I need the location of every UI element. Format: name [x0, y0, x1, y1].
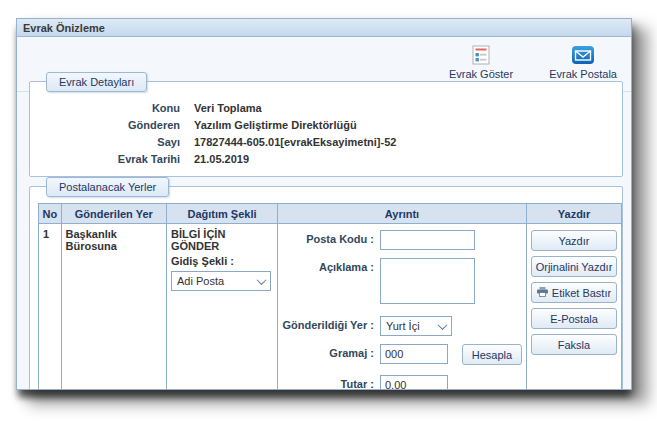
printer-icon — [537, 287, 548, 299]
etiket-bastir-button[interactable]: Etiket Bastır — [531, 282, 617, 303]
gonderildigi-yer-label: Gönderildiği Yer : — [282, 316, 374, 331]
gonderildigi-yer-row: Gönderildiği Yer : Yurt İçi — [282, 316, 522, 336]
konu-value: Veri Toplama — [194, 102, 262, 115]
orjinalini-yazdir-label: Orjinalini Yazdır — [536, 261, 613, 273]
gramaj-input[interactable] — [380, 344, 448, 364]
e-postala-label: E-Postala — [550, 313, 598, 325]
yazdir-label: Yazdır — [558, 235, 589, 247]
detail-row-gonderen: Gönderen Yazılım Geliştirme Direktörlüğü — [40, 119, 612, 132]
detail-row-evrak-tarihi: Evrak Tarihi 21.05.2019 — [40, 153, 612, 166]
table-row: 1 Başkanlık Bürosuna BİLGİ İÇİN GÖNDER G… — [39, 224, 622, 391]
tutar-input[interactable] — [380, 375, 448, 390]
evrak-postala-button[interactable]: Evrak Postala — [545, 42, 621, 82]
postalanacak-yerler-legend: Postalanacak Yerler — [46, 177, 169, 197]
table-header-row: No Gönderilen Yer Dağıtım Şekli Ayrıntı … — [39, 204, 622, 224]
gonderildigi-yer-select[interactable]: Yurt İçi — [380, 316, 452, 336]
col-header-gonderilen-yer: Gönderilen Yer — [61, 204, 166, 224]
hesapla-label: Hesapla — [472, 349, 512, 361]
evrak-onizleme-window: Evrak Önizleme Evrak Göster — [16, 18, 632, 390]
evrak-tarihi-value: 21.05.2019 — [194, 153, 249, 166]
evrak-goster-button[interactable]: Evrak Göster — [445, 42, 517, 82]
window-titlebar: Evrak Önizleme — [17, 19, 631, 37]
row-dagitim-sekli: BİLGİ İÇİN GÖNDER Gidiş Şekli : Adi Post… — [166, 224, 277, 391]
gramaj-label: Gramaj : — [282, 344, 374, 359]
etiket-bastir-label: Etiket Bastır — [552, 287, 611, 299]
evrak-detaylari-panel: Evrak Detayları Konu Veri Toplama Gönder… — [29, 81, 623, 177]
orjinalini-yazdir-button[interactable]: Orjinalini Yazdır — [531, 256, 617, 277]
faksla-button[interactable]: Faksla — [531, 334, 617, 355]
konu-label: Konu — [40, 102, 180, 115]
aciklama-row: Açıklama : — [282, 258, 522, 304]
posta-kodu-row: Posta Kodu : — [282, 230, 522, 250]
evrak-goster-label: Evrak Göster — [449, 68, 513, 80]
detail-rows: Konu Veri Toplama Gönderen Yazılım Geliş… — [40, 102, 612, 170]
posta-kodu-label: Posta Kodu : — [282, 230, 374, 245]
gonderildigi-yer-selected: Yurt İçi — [386, 320, 420, 332]
gramaj-row: Gramaj : Hesapla — [282, 344, 522, 365]
postalanacak-yerler-panel: Postalanacak Yerler No Gönderilen Yer Da… — [29, 186, 623, 390]
detail-row-sayi: Sayı 17827444-605.01[evrakEksayimetni]-5… — [40, 136, 612, 149]
hesapla-button[interactable]: Hesapla — [462, 344, 522, 365]
e-postala-button[interactable]: E-Postala — [531, 308, 617, 329]
chevron-down-icon — [257, 275, 267, 285]
sayi-label: Sayı — [40, 136, 180, 149]
row-gonderilen-yer: Başkanlık Bürosuna — [61, 224, 166, 391]
evrak-detaylari-legend: Evrak Detayları — [46, 72, 147, 92]
tutar-row: Tutar : — [282, 375, 522, 390]
col-header-yazdir: Yazdır — [526, 204, 621, 224]
gonderen-value: Yazılım Geliştirme Direktörlüğü — [194, 119, 357, 132]
detail-row-konu: Konu Veri Toplama — [40, 102, 612, 115]
gonderen-label: Gönderen — [40, 119, 180, 132]
aciklama-textarea[interactable] — [380, 258, 475, 304]
evrak-postala-label: Evrak Postala — [549, 68, 617, 80]
places-table: No Gönderilen Yer Dağıtım Şekli Ayrıntı … — [38, 203, 622, 390]
faksla-label: Faksla — [558, 339, 590, 351]
gidis-sekli-select[interactable]: Adi Posta — [171, 271, 271, 291]
tutar-label: Tutar : — [282, 375, 374, 390]
sayi-value: 17827444-605.01[evrakEksayimetni]-52 — [194, 136, 396, 149]
gidis-sekli-selected: Adi Posta — [177, 275, 224, 287]
row-no: 1 — [39, 224, 62, 391]
row-ayrinti: Posta Kodu : Açıklama : Gönderildiği Yer… — [277, 224, 526, 391]
print-button-stack: Yazdır Orjinalini Yazdır — [531, 228, 617, 355]
yazdir-button[interactable]: Yazdır — [531, 230, 617, 251]
col-header-no: No — [39, 204, 62, 224]
col-header-ayrinti: Ayrıntı — [277, 204, 526, 224]
aciklama-label: Açıklama : — [282, 258, 374, 273]
document-list-icon — [469, 44, 493, 66]
window-title: Evrak Önizleme — [23, 22, 105, 34]
chevron-down-icon — [438, 320, 448, 330]
envelope-icon — [571, 44, 595, 66]
row-yazdir-actions: Yazdır Orjinalini Yazdır — [526, 224, 621, 391]
evrak-tarihi-label: Evrak Tarihi — [40, 153, 180, 166]
dagitim-sekli-text: BİLGİ İÇİN GÖNDER — [171, 228, 273, 252]
gidis-sekli-label: Gidiş Şekli : — [171, 255, 273, 267]
posta-kodu-input[interactable] — [380, 230, 475, 250]
col-header-dagitim-sekli: Dağıtım Şekli — [166, 204, 277, 224]
